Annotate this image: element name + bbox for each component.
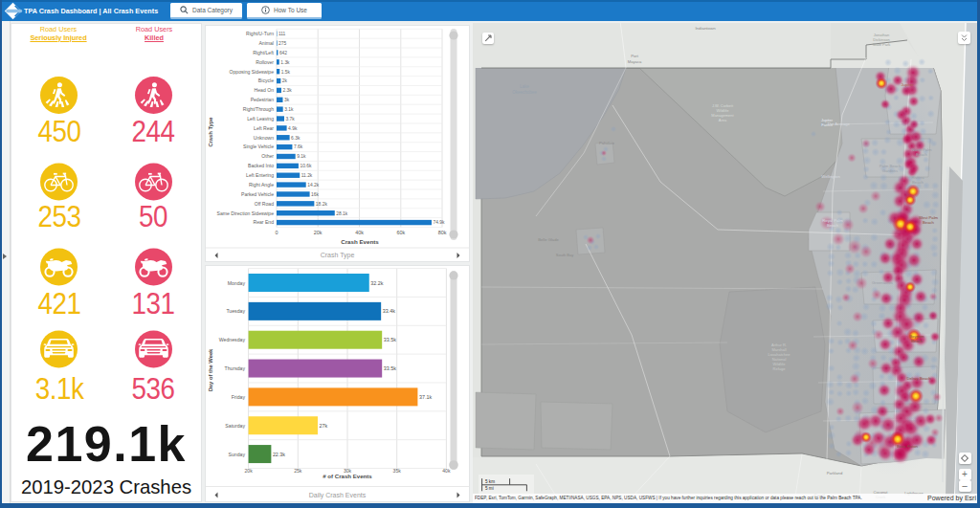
svg-text:1.3k: 1.3k xyxy=(280,59,290,64)
svg-text:Left Rear: Left Rear xyxy=(254,124,274,130)
svg-text:14.2k: 14.2k xyxy=(307,182,320,187)
svg-text:Monday: Monday xyxy=(228,280,246,286)
svg-text:3.1k: 3.1k xyxy=(284,106,294,111)
svg-text:Right/U-Turn: Right/U-Turn xyxy=(246,31,274,36)
svg-text:Indiantown: Indiantown xyxy=(695,26,716,31)
svg-text:Delray Beach: Delray Beach xyxy=(906,376,931,381)
svg-text:18.2k: 18.2k xyxy=(316,201,328,206)
svg-text:Right Angle: Right Angle xyxy=(249,181,274,187)
svg-text:40k: 40k xyxy=(355,230,364,235)
svg-text:20k: 20k xyxy=(314,230,323,235)
svg-text:Sunday: Sunday xyxy=(228,452,245,457)
svg-text:Left Leaving: Left Leaving xyxy=(247,115,274,121)
svg-text:35k: 35k xyxy=(393,468,402,474)
svg-text:40k: 40k xyxy=(442,468,451,474)
svg-text:Beach: Beach xyxy=(827,223,839,228)
svg-text:33.4k: 33.4k xyxy=(383,308,395,314)
svg-text:Wellington: Wellington xyxy=(821,174,840,179)
svg-text:74.9k: 74.9k xyxy=(433,220,445,225)
svg-text:27k: 27k xyxy=(319,423,327,429)
svg-text:28.1k: 28.1k xyxy=(336,210,348,215)
svg-text:642: 642 xyxy=(279,50,287,55)
svg-text:Greenacres: Greenacres xyxy=(872,280,893,285)
svg-text:Beach: Beach xyxy=(911,339,924,343)
svg-text:Mayaca: Mayaca xyxy=(628,59,642,64)
svg-text:Gardens: Gardens xyxy=(882,168,898,173)
svg-text:Thursday: Thursday xyxy=(224,365,245,371)
svg-text:25k: 25k xyxy=(294,468,302,474)
svg-text:275: 275 xyxy=(278,40,286,45)
svg-text:9.1k: 9.1k xyxy=(297,154,306,159)
svg-text:Beach: Beach xyxy=(912,180,924,185)
svg-text:Right/Through: Right/Through xyxy=(243,105,274,111)
svg-text:Same Direction Sideswipe: Same Direction Sideswipe xyxy=(217,210,275,215)
svg-text:Off Road: Off Road xyxy=(255,200,274,206)
svg-text:Parked Vehicle: Parked Vehicle xyxy=(241,190,274,196)
svg-text:Animal: Animal xyxy=(258,39,274,45)
svg-text:Pahokee: Pahokee xyxy=(599,141,615,145)
svg-text:111: 111 xyxy=(278,32,286,36)
svg-text:Refuge: Refuge xyxy=(773,366,787,371)
svg-text:Unknown: Unknown xyxy=(254,134,274,140)
svg-text:The Acreage: The Acreage xyxy=(827,121,850,126)
svg-text:16k: 16k xyxy=(311,191,319,196)
svg-text:Belle Glade: Belle Glade xyxy=(538,237,559,242)
svg-text:Jupiter: Jupiter xyxy=(901,82,914,87)
svg-text:Port: Port xyxy=(631,54,639,58)
svg-text:Beach: Beach xyxy=(916,152,928,157)
svg-text:Wednesday: Wednesday xyxy=(219,337,246,342)
svg-text:Saturday: Saturday xyxy=(225,423,245,429)
svg-text:11.2k: 11.2k xyxy=(301,173,313,178)
svg-text:Boca Raton: Boca Raton xyxy=(897,444,919,449)
svg-text:22.3k: 22.3k xyxy=(273,452,285,457)
svg-text:Rollover: Rollover xyxy=(256,58,274,64)
svg-text:80k: 80k xyxy=(438,230,447,235)
svg-text:37.1k: 37.1k xyxy=(419,394,432,400)
svg-text:Daily Crash Events: Daily Crash Events xyxy=(309,492,367,499)
svg-text:7.6k: 7.6k xyxy=(294,144,303,149)
svg-text:Lake: Lake xyxy=(520,84,529,89)
svg-text:Area: Area xyxy=(719,118,727,122)
svg-text:Head On: Head On xyxy=(255,87,275,93)
svg-text:Crash Events: Crash Events xyxy=(341,237,379,244)
svg-text:Friday: Friday xyxy=(232,394,246,400)
svg-text:Other: Other xyxy=(261,153,274,159)
svg-text:3k: 3k xyxy=(284,98,290,102)
svg-text:Day of the Week: Day of the Week xyxy=(208,348,213,391)
svg-text:4.9k: 4.9k xyxy=(288,125,298,130)
svg-text:20k: 20k xyxy=(244,468,253,474)
svg-text:Bicycle: Bicycle xyxy=(258,77,274,83)
svg-text:10.6k: 10.6k xyxy=(300,164,312,168)
svg-text:5 km: 5 km xyxy=(485,479,495,484)
svg-text:Crash Type: Crash Type xyxy=(321,252,355,259)
svg-text:1.5k: 1.5k xyxy=(281,69,291,74)
svg-text:2k: 2k xyxy=(282,78,288,83)
svg-text:Crash Type: Crash Type xyxy=(208,116,213,146)
svg-text:Right/Left: Right/Left xyxy=(253,49,274,55)
svg-text:Pedestrian: Pedestrian xyxy=(251,97,275,102)
svg-text:2.3k: 2.3k xyxy=(282,88,292,93)
svg-text:Opposing Sideswipe: Opposing Sideswipe xyxy=(230,68,275,74)
svg-text:32.2k: 32.2k xyxy=(370,280,383,286)
svg-text:3.7k: 3.7k xyxy=(286,116,296,121)
svg-text:# of Crash Events: # of Crash Events xyxy=(323,473,372,479)
svg-text:Left Entering: Left Entering xyxy=(246,172,274,178)
svg-text:Tuesday: Tuesday xyxy=(226,308,245,314)
svg-text:60k: 60k xyxy=(396,230,405,235)
svg-text:South Bay: South Bay xyxy=(556,253,573,257)
svg-text:Single Vehicle: Single Vehicle xyxy=(243,144,274,149)
svg-text:Parkland: Parkland xyxy=(827,471,843,475)
svg-text:Rear End: Rear End xyxy=(253,219,274,225)
svg-text:Okeechobee: Okeechobee xyxy=(512,90,537,95)
svg-text:0: 0 xyxy=(276,230,278,235)
svg-text:33.5k: 33.5k xyxy=(384,337,396,342)
svg-text:Beach: Beach xyxy=(923,220,935,225)
svg-text:6.3k: 6.3k xyxy=(291,135,301,140)
svg-text:5 mi: 5 mi xyxy=(485,486,494,491)
svg-text:Backed Into: Backed Into xyxy=(248,163,274,168)
svg-text:33.5k: 33.5k xyxy=(384,365,396,371)
svg-text:State Park: State Park xyxy=(873,42,891,47)
